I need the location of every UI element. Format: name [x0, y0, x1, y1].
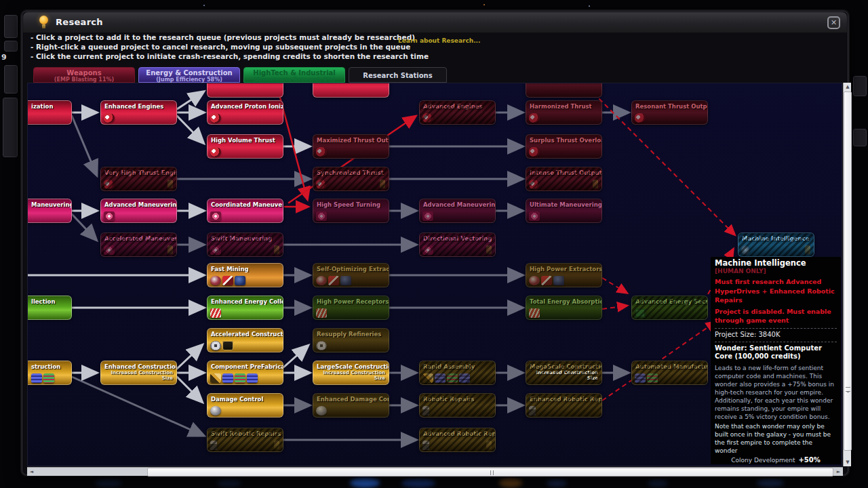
research-node-automated-manufacturing[interactable]: Automated Manufacturing [631, 361, 708, 385]
node-title: High Speed Turning [313, 199, 389, 208]
scroll-up-arrow[interactable]: ▲ [844, 83, 852, 91]
research-tree-viewport[interactable]: izationEnhanced EnginesAdvanced Proton I… [27, 83, 842, 466]
background-galaxy-blob [547, 479, 567, 487]
ore-icon [529, 276, 540, 285]
node-title: Surplus Thrust Overload [526, 135, 601, 144]
vertical-scroll-thumb[interactable] [844, 92, 852, 451]
maneuver-icon [422, 211, 433, 221]
research-node-largescale-construction[interactable]: LargeScale ConstructionIncreased Constru… [313, 361, 389, 385]
node-title: Enhanced Robotic Repairs [526, 394, 601, 403]
scroll-left-arrow[interactable]: ◄ [27, 468, 36, 476]
close-button[interactable]: ✕ [827, 16, 840, 29]
node-icons [422, 211, 433, 221]
research-node-proton-ionization-partial[interactable]: ization [27, 100, 72, 125]
tab-energy-construction[interactable]: Energy & Construction (Jump Efficiency 5… [138, 67, 240, 83]
research-node-robotic-repairs[interactable]: Robotic Repairs [419, 393, 496, 418]
node-title: Rapid Assembly [420, 361, 495, 370]
background-game-ui [4, 65, 18, 94]
node-title: Directional Vectoring [420, 233, 495, 242]
maneuver-icon [210, 211, 221, 221]
tab-hightech-industrial[interactable]: HighTech & Industrial (Armaments Researc… [243, 67, 345, 83]
thruster-icon [104, 113, 115, 123]
research-node-synchronized-thrust[interactable]: Synchronized Thrust [313, 167, 389, 191]
tab-weapons[interactable]: Weapons (EMP Blasting 11%) [33, 67, 135, 83]
scroll-down-arrow[interactable]: ▼ [844, 458, 852, 466]
rings-icon [222, 373, 233, 383]
horizontal-scrollbar[interactable]: ◄ ► [27, 467, 843, 476]
research-node-swift-robotic-repairs[interactable]: Swift Robotic Repairs [207, 428, 283, 452]
scroll-right-arrow[interactable]: ► [834, 468, 843, 476]
game-screen: 9 Research ✕ - Click a project to add it… [0, 0, 868, 488]
research-node-enhanced-damage-control[interactable]: Enhanced Damage Control [313, 393, 389, 418]
ore-icon [316, 276, 327, 285]
node-title: Enhanced Construction [101, 361, 176, 370]
research-node-very-high-thrust-engines[interactable]: Very High Thrust Engines [100, 167, 177, 191]
research-node-swift-maneuvering[interactable]: Swift Maneuvering [207, 232, 283, 257]
research-node-directional-vectoring[interactable]: Directional Vectoring [419, 232, 496, 257]
research-node-megascale-construction[interactable]: MegaScale ConstructionIncreased Construc… [526, 361, 602, 385]
research-node-accelerated-maneuvering[interactable]: Accelerated Maneuvering [100, 232, 177, 257]
research-node-fast-mining[interactable]: Fast Mining [207, 263, 283, 287]
stat-label: Colony Development [731, 456, 795, 464]
background-game-ui [4, 41, 18, 52]
research-node-accelerated-construction[interactable]: Accelerated Construction [207, 328, 283, 352]
gas-icon [553, 276, 564, 285]
research-node-harmonized-thrust[interactable]: Harmonized Thrust [526, 100, 602, 125]
research-node-advanced-maneuvering[interactable]: Advanced Maneuvering [100, 199, 177, 223]
research-node-high-volume-thrust[interactable]: High Volume Thrust [207, 134, 283, 159]
research-node-resonant-thrust-output[interactable]: Resonant Thrust Output [631, 100, 708, 125]
thruster-icon [529, 147, 540, 157]
research-node-advanced-engines[interactable]: Advanced Engines [419, 100, 496, 125]
research-node-rapid-assembly[interactable]: Rapid Assembly [419, 361, 496, 385]
research-node-maneuvering-partial[interactable]: Maneuvering [27, 199, 72, 223]
research-node-high-power-receptors[interactable]: High Power Receptors [313, 296, 389, 320]
background-side-number: 9 [1, 53, 7, 62]
research-node-high-speed-turning[interactable]: High Speed Turning [313, 199, 389, 223]
node-icons [529, 211, 540, 221]
research-node-advanced-proton-ionization[interactable]: Advanced Proton Ionization [207, 100, 283, 125]
research-node-top-partial-b[interactable] [313, 83, 389, 98]
node-icons [635, 113, 646, 123]
node-icons [635, 308, 646, 318]
research-node-energy-collection-partial[interactable]: llection [27, 296, 72, 320]
tab-research-stations[interactable]: Research Stations [349, 67, 447, 83]
research-node-top-partial-a[interactable] [207, 83, 283, 98]
node-title: Intense Thrust Output [526, 167, 601, 176]
research-dialog: Research ✕ - Click a project to add it t… [20, 9, 850, 476]
research-node-total-energy-absorption[interactable]: Total Energy Absorption [526, 296, 602, 320]
lightbulb-icon [39, 16, 48, 24]
learn-about-research-link[interactable]: Learn about Research... [398, 37, 480, 44]
research-node-ultimate-maneuvering[interactable]: Ultimate Maneuvering [526, 199, 602, 223]
research-node-maximized-thrust-output[interactable]: Maximized Thrust Output [313, 134, 389, 159]
sphere-icon [316, 406, 327, 415]
research-node-damage-control[interactable]: Damage Control [207, 393, 283, 418]
research-node-enhanced-engines[interactable]: Enhanced Engines [100, 100, 177, 125]
rings2-icon [447, 373, 458, 383]
research-node-resupply-refineries[interactable]: Resupply Refineries [313, 328, 389, 352]
maneuver-icon [529, 211, 540, 221]
rings2-icon [235, 373, 245, 383]
thruster-icon [635, 113, 646, 123]
research-node-advanced-energy-secrets[interactable]: Advanced Energy Secrets [631, 296, 708, 320]
research-node-advanced-robotic-repairs[interactable]: Advanced Robotic Repairs [419, 428, 496, 452]
research-node-machine-intelligence[interactable]: Machine Intelligence [738, 232, 814, 257]
research-node-component-prefabrication[interactable]: Component PreFabrication [207, 361, 283, 385]
vertical-scrollbar[interactable]: ▲ ▼ [843, 83, 851, 466]
research-node-enhanced-energy-collection[interactable]: Enhanced Energy Collection [207, 296, 283, 320]
research-node-advanced-maneuvering-2[interactable]: Advanced Maneuvering [419, 199, 496, 223]
research-node-enhanced-robotic-repairs[interactable]: Enhanced Robotic Repairs [526, 393, 602, 418]
research-node-surplus-thrust-overload[interactable]: Surplus Thrust Overload [526, 134, 602, 159]
close-icon: ✕ [831, 18, 837, 27]
research-node-construction-partial[interactable]: struction [27, 361, 72, 385]
research-node-intense-thrust-output[interactable]: Intense Thrust Output [526, 167, 602, 191]
research-node-top-partial-c[interactable] [526, 83, 602, 98]
node-title: High Power Extractors [526, 264, 601, 272]
research-node-self-optimizing-extractors[interactable]: Self-Optimizing Extractors [313, 263, 389, 287]
thruster-icon [104, 180, 115, 189]
horizontal-scroll-thumb[interactable] [147, 468, 833, 476]
research-node-enhanced-construction[interactable]: Enhanced ConstructionIncreased Construct… [100, 361, 177, 385]
node-title: Resupply Refineries [313, 329, 389, 338]
node-title: LargeScale Construction [313, 361, 389, 370]
research-node-high-power-extractors[interactable]: High Power Extractors [526, 263, 602, 287]
research-node-coordinated-maneuvering[interactable]: Coordinated Maneuvering [207, 199, 283, 223]
